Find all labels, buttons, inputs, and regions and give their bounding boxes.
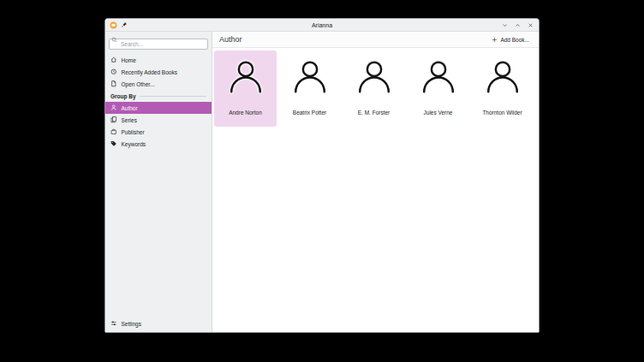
- plus-icon: [492, 37, 498, 43]
- sidebar-item-home[interactable]: Home: [105, 54, 212, 66]
- arianna-app-icon: [110, 21, 117, 29]
- sidebar-item-label: Author: [122, 105, 138, 111]
- sidebar: Home Recently Added Books Open Other... …: [105, 32, 212, 332]
- author-card-beatrix-potter[interactable]: Beatrix Potter: [278, 50, 341, 127]
- close-button[interactable]: [527, 21, 534, 29]
- clock-icon: [110, 68, 117, 75]
- person-avatar-icon: [355, 58, 394, 98]
- search-icon: [111, 37, 117, 43]
- page-title: Author: [219, 35, 242, 44]
- chevron-up-icon: [515, 22, 521, 28]
- sidebar-item-label: Settings: [122, 321, 142, 327]
- pin-toggle[interactable]: [121, 21, 128, 28]
- home-icon: [110, 56, 117, 63]
- document-icon: [110, 80, 117, 87]
- page-header: Author Add Book...: [212, 32, 539, 48]
- chevron-down-icon: [502, 22, 508, 28]
- titlebar[interactable]: Arianna: [105, 19, 539, 32]
- author-card-jules-verne[interactable]: Jules Verne: [407, 50, 469, 127]
- person-avatar-icon: [290, 58, 330, 98]
- author-name: Jules Verne: [424, 110, 453, 116]
- author-name: Thornton Wilder: [482, 110, 522, 116]
- sliders-icon: [110, 320, 117, 327]
- window-title: Arianna: [105, 22, 539, 28]
- person-icon: [110, 104, 117, 111]
- tag-icon: [110, 140, 117, 147]
- sidebar-item-label: Open Other...: [122, 81, 155, 87]
- desktop: { "titlebar": { "title": "Arianna", "app…: [0, 0, 644, 362]
- pages-icon: [110, 116, 117, 123]
- sidebar-item-label: Series: [122, 117, 137, 123]
- person-avatar-icon: [483, 58, 522, 98]
- sidebar-item-open-other[interactable]: Open Other...: [105, 78, 212, 90]
- close-icon: [528, 22, 534, 28]
- main-content: Author Add Book... Andre Norton: [212, 32, 539, 332]
- author-name: Andre Norton: [229, 110, 262, 116]
- sidebar-item-label: Publisher: [122, 129, 145, 135]
- sidebar-spacer: [105, 150, 212, 317]
- author-card-thornton-wilder[interactable]: Thornton Wilder: [471, 50, 534, 127]
- author-card-andre-norton[interactable]: Andre Norton: [214, 50, 277, 127]
- maximize-button[interactable]: [514, 21, 522, 29]
- pin-icon: [121, 21, 128, 28]
- group-by-header: Group By: [105, 90, 212, 102]
- add-book-label: Add Book...: [500, 37, 529, 43]
- sidebar-item-label: Recently Added Books: [122, 69, 177, 75]
- app-menu-button[interactable]: [110, 21, 117, 29]
- sidebar-item-label: Keywords: [122, 141, 146, 147]
- author-name: E. M. Forster: [358, 110, 391, 116]
- sidebar-item-publisher[interactable]: Publisher: [105, 126, 212, 138]
- sidebar-item-series[interactable]: Series: [105, 114, 212, 126]
- sidebar-item-label: Home: [122, 57, 136, 63]
- minimize-button[interactable]: [501, 21, 509, 29]
- author-name: Beatrix Potter: [293, 110, 326, 116]
- author-card-e-m-forster[interactable]: E. M. Forster: [343, 50, 405, 127]
- author-grid: Andre Norton Beatrix Potter E. M. Forste…: [212, 48, 539, 127]
- person-avatar-icon: [419, 58, 458, 98]
- search-input[interactable]: [109, 39, 208, 50]
- briefcase-icon: [110, 128, 117, 135]
- person-avatar-icon: [226, 58, 265, 98]
- sidebar-item-recently-added[interactable]: Recently Added Books: [105, 66, 212, 78]
- sidebar-item-keywords[interactable]: Keywords: [105, 138, 212, 150]
- sidebar-item-author[interactable]: Author: [105, 102, 212, 114]
- sidebar-item-settings[interactable]: Settings: [105, 317, 212, 329]
- add-book-button[interactable]: Add Book...: [489, 35, 532, 45]
- divider: [140, 96, 206, 97]
- arianna-window: Arianna: [104, 18, 540, 333]
